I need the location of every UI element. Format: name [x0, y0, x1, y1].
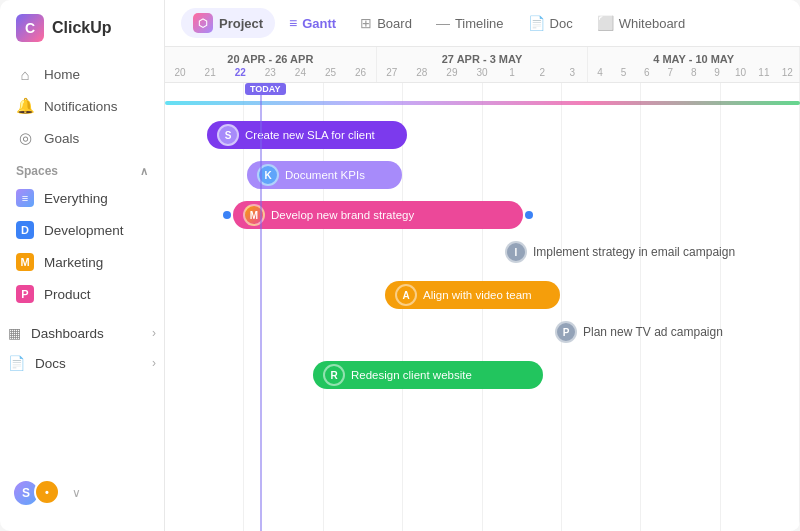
task-bar-5[interactable]: A Align with video team — [385, 281, 560, 309]
day-5: 5 — [615, 67, 631, 78]
dashboards-chevron[interactable]: › — [152, 326, 156, 340]
task-7-label: Redesign client website — [351, 369, 472, 381]
date-range-3: 4 MAY - 10 MAY — [653, 51, 734, 67]
sidebar-item-marketing[interactable]: M Marketing — [8, 246, 156, 278]
dashboards-icon: ▦ — [8, 325, 21, 341]
development-label: Development — [44, 223, 124, 238]
docs-label: Docs — [35, 356, 66, 371]
timeline-label: Timeline — [455, 16, 504, 31]
logo: C ClickUp — [0, 14, 164, 58]
product-label: Product — [44, 287, 91, 302]
day-20: 20 — [172, 67, 188, 78]
gantt-body: TODAY S Create new SLA for client K Docu… — [165, 83, 800, 531]
avatar-stack: S • — [12, 479, 60, 507]
tab-timeline[interactable]: — Timeline — [426, 10, 514, 36]
date-days-1: 20 21 22 23 24 25 26 — [165, 67, 376, 78]
doc-icon: 📄 — [528, 15, 545, 31]
tab-gantt[interactable]: ≡ Gantt — [279, 10, 346, 36]
marketing-dot: M — [16, 253, 34, 271]
docs-chevron[interactable]: › — [152, 356, 156, 370]
day-10: 10 — [732, 67, 748, 78]
task-bar-1[interactable]: S Create new SLA for client — [207, 121, 407, 149]
spaces-section: Spaces ∧ — [0, 154, 164, 182]
development-dot: D — [16, 221, 34, 239]
logo-icon: C — [16, 14, 44, 42]
gantt-container: 20 APR - 26 APR 20 21 22 23 24 25 26 27 … — [165, 47, 800, 531]
day-6: 6 — [639, 67, 655, 78]
task-1-label: Create new SLA for client — [245, 129, 375, 141]
marketing-label: Marketing — [44, 255, 103, 270]
day-2: 2 — [534, 67, 550, 78]
sidebar-item-goals[interactable]: ◎ Goals — [8, 122, 156, 154]
tab-board[interactable]: ⊞ Board — [350, 10, 422, 36]
today-label: TODAY — [245, 83, 286, 95]
task-bar-7[interactable]: R Redesign client website — [313, 361, 543, 389]
doc-label: Doc — [550, 16, 573, 31]
docs-icon: 📄 — [8, 355, 25, 371]
task-1-avatar: S — [217, 124, 239, 146]
dashboards-left: ▦ Dashboards — [8, 325, 104, 341]
whiteboard-label: Whiteboard — [619, 16, 685, 31]
task-bar-3[interactable]: M Develop new brand strategy — [233, 201, 523, 229]
task-bar-4[interactable]: I Implement strategy in email campaign — [505, 241, 735, 263]
task-6-label: Plan new TV ad campaign — [583, 325, 723, 339]
task-6-avatar: P — [555, 321, 577, 343]
home-icon: ⌂ — [16, 65, 34, 83]
everything-dot: ≡ — [16, 189, 34, 207]
day-1: 1 — [504, 67, 520, 78]
user-avatar-secondary: • — [34, 479, 60, 505]
spaces-chevron[interactable]: ∧ — [140, 165, 148, 178]
task-4-label: Implement strategy in email campaign — [533, 245, 735, 259]
project-label: Project — [219, 16, 263, 31]
day-3: 3 — [564, 67, 580, 78]
dashboards-label: Dashboards — [31, 326, 104, 341]
tab-project[interactable]: ⬡ Project — [181, 8, 275, 38]
date-range-1: 20 APR - 26 APR — [227, 51, 313, 67]
day-27: 27 — [384, 67, 400, 78]
task-bar-6[interactable]: P Plan new TV ad campaign — [555, 321, 723, 343]
date-section-3: 4 MAY - 10 MAY 4 5 6 7 8 9 10 11 12 — [588, 47, 800, 82]
task-bar-2[interactable]: K Document KPIs — [247, 161, 402, 189]
app-name: ClickUp — [52, 19, 112, 37]
project-icon: ⬡ — [193, 13, 213, 33]
notifications-label: Notifications — [44, 99, 118, 114]
top-tabs: ⬡ Project ≡ Gantt ⊞ Board — Timeline 📄 D… — [165, 0, 800, 47]
bell-icon: 🔔 — [16, 97, 34, 115]
board-icon: ⊞ — [360, 15, 372, 31]
user-chevron[interactable]: ∨ — [72, 486, 81, 500]
tab-doc[interactable]: 📄 Doc — [518, 10, 583, 36]
sidebar-item-home[interactable]: ⌂ Home — [8, 58, 156, 90]
today-line — [260, 83, 262, 531]
sidebar-navigation: ⌂ Home 🔔 Notifications ◎ Goals — [0, 58, 164, 154]
tab-whiteboard[interactable]: ⬜ Whiteboard — [587, 10, 695, 36]
sidebar-item-product[interactable]: P Product — [8, 278, 156, 310]
sidebar-item-development[interactable]: D Development — [8, 214, 156, 246]
day-12: 12 — [779, 67, 795, 78]
day-29: 29 — [444, 67, 460, 78]
gantt-icon: ≡ — [289, 15, 297, 31]
day-8: 8 — [686, 67, 702, 78]
task-7-avatar: R — [323, 364, 345, 386]
docs-left: 📄 Docs — [8, 355, 66, 371]
day-26: 26 — [353, 67, 369, 78]
task-5-label: Align with video team — [423, 289, 532, 301]
goals-label: Goals — [44, 131, 79, 146]
sidebar-bottom: S • ∨ — [0, 469, 164, 517]
date-days-3: 4 5 6 7 8 9 10 11 12 — [588, 67, 799, 78]
day-23: 23 — [262, 67, 278, 78]
sidebar-item-everything[interactable]: ≡ Everything — [8, 182, 156, 214]
sidebar-item-docs[interactable]: 📄 Docs › — [0, 348, 164, 378]
date-section-2: 27 APR - 3 MAY 27 28 29 30 1 2 3 — [377, 47, 589, 82]
day-28: 28 — [414, 67, 430, 78]
product-dot: P — [16, 285, 34, 303]
sidebar-item-dashboards[interactable]: ▦ Dashboards › — [0, 318, 164, 348]
date-section-1: 20 APR - 26 APR 20 21 22 23 24 25 26 — [165, 47, 377, 82]
day-25: 25 — [323, 67, 339, 78]
task-3-dot-left — [223, 211, 231, 219]
board-label: Board — [377, 16, 412, 31]
spaces-list: ≡ Everything D Development M Marketing P… — [0, 182, 164, 310]
task-4-avatar: I — [505, 241, 527, 263]
whiteboard-icon: ⬜ — [597, 15, 614, 31]
sidebar-item-notifications[interactable]: 🔔 Notifications — [8, 90, 156, 122]
everything-label: Everything — [44, 191, 108, 206]
